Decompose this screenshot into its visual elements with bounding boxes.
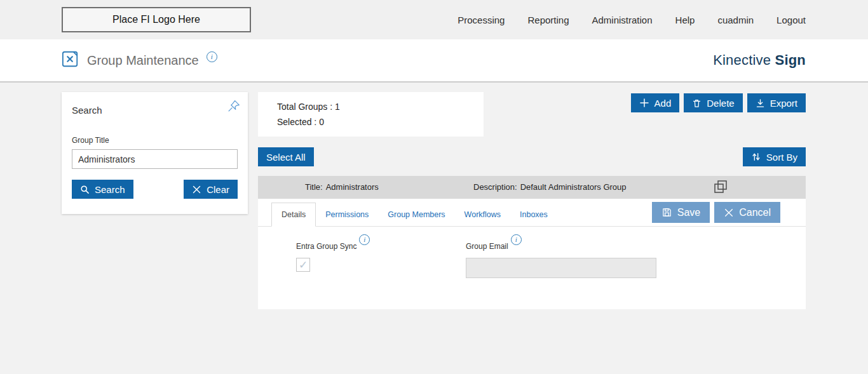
page-header: Group Maintenance i Kinective Sign bbox=[0, 39, 868, 83]
page: Place FI Logo Here Processing Reporting … bbox=[0, 0, 868, 374]
detail-actions: Save Cancel bbox=[652, 202, 780, 223]
tab-strip: Details Permissions Group Members Workfl… bbox=[258, 199, 806, 227]
nav-reporting[interactable]: Reporting bbox=[527, 15, 569, 25]
cancel-button[interactable]: Cancel bbox=[714, 202, 780, 223]
save-button[interactable]: Save bbox=[652, 202, 710, 223]
group-email-info-icon[interactable]: i bbox=[511, 234, 522, 245]
clear-button[interactable]: Clear bbox=[184, 180, 238, 199]
total-groups-count: Total Groups : 1 bbox=[277, 99, 465, 114]
group-title-input[interactable] bbox=[72, 149, 238, 169]
brand-first: Kinective bbox=[713, 52, 775, 68]
content-area: Total Groups : 1 Selected : 0 Add bbox=[258, 92, 806, 309]
brand-second: Sign bbox=[775, 52, 806, 68]
nav-administration[interactable]: Administration bbox=[592, 15, 653, 25]
fi-logo-text: Place FI Logo Here bbox=[112, 14, 200, 25]
tab-group-members[interactable]: Group Members bbox=[378, 203, 454, 226]
search-icon bbox=[80, 185, 90, 194]
group-title-label: Group Title bbox=[72, 136, 238, 145]
fi-logo-placeholder: Place FI Logo Here bbox=[62, 7, 251, 32]
group-row-title: Title:Administrators bbox=[305, 182, 379, 192]
page-title: Group Maintenance bbox=[87, 53, 199, 68]
delete-button[interactable]: Delete bbox=[684, 93, 742, 112]
group-email-input bbox=[466, 258, 656, 278]
export-download-icon bbox=[756, 98, 765, 108]
sort-icon bbox=[751, 152, 761, 162]
tab-inboxes[interactable]: Inboxes bbox=[510, 203, 557, 226]
group-email-label: Group Email bbox=[466, 242, 508, 251]
details-tab-content: Entra Group Sync i ✓ Group Email i bbox=[258, 227, 806, 278]
select-all-button[interactable]: Select All bbox=[258, 147, 314, 166]
delete-trash-icon bbox=[692, 98, 702, 108]
nav-logout[interactable]: Logout bbox=[776, 15, 806, 25]
checkmark-icon: ✓ bbox=[299, 258, 308, 272]
group-maintenance-icon bbox=[62, 50, 79, 70]
top-navigation: Processing Reporting Administration Help… bbox=[458, 15, 806, 25]
entra-group-sync-info-icon[interactable]: i bbox=[359, 234, 370, 245]
add-plus-icon bbox=[639, 98, 649, 108]
selected-count: Selected : 0 bbox=[277, 114, 465, 130]
groups-summary: Total Groups : 1 Selected : 0 bbox=[258, 92, 484, 137]
clear-x-icon bbox=[192, 185, 201, 194]
search-panel: Search Group Title Search bbox=[62, 92, 248, 214]
entra-group-sync-checkbox[interactable]: ✓ bbox=[296, 258, 310, 272]
cancel-x-icon bbox=[724, 208, 734, 218]
nav-processing[interactable]: Processing bbox=[458, 15, 505, 25]
entra-group-sync-field: Entra Group Sync i ✓ bbox=[296, 242, 466, 278]
entra-group-sync-label: Entra Group Sync bbox=[296, 242, 356, 251]
group-actions-toolbar: Add Delete bbox=[631, 93, 806, 112]
save-floppy-icon bbox=[661, 207, 672, 218]
tab-workflows[interactable]: Workflows bbox=[455, 203, 510, 226]
export-button[interactable]: Export bbox=[747, 93, 806, 112]
group-list-row[interactable]: Title:Administrators Description:Default… bbox=[258, 176, 806, 199]
pin-icon[interactable] bbox=[227, 100, 240, 114]
group-detail-panel: Details Permissions Group Members Workfl… bbox=[258, 199, 806, 309]
nav-help[interactable]: Help bbox=[675, 15, 695, 25]
brand-logo: Kinective Sign bbox=[713, 52, 806, 69]
main-area: Search Group Title Search bbox=[0, 83, 868, 309]
page-title-info-icon[interactable]: i bbox=[207, 51, 217, 62]
tab-details[interactable]: Details bbox=[271, 203, 316, 227]
search-button[interactable]: Search bbox=[72, 180, 133, 199]
search-panel-title: Search bbox=[72, 105, 238, 116]
top-bar: Place FI Logo Here Processing Reporting … bbox=[0, 0, 868, 39]
tab-permissions[interactable]: Permissions bbox=[316, 203, 378, 226]
copy-icon[interactable] bbox=[713, 179, 728, 196]
group-row-description: Description:Default Administrators Group bbox=[473, 182, 627, 192]
sort-by-button[interactable]: Sort By bbox=[743, 147, 806, 166]
nav-user-cuadmin[interactable]: cuadmin bbox=[717, 15, 754, 25]
add-button[interactable]: Add bbox=[631, 93, 680, 112]
group-email-field: Group Email i bbox=[466, 242, 635, 278]
